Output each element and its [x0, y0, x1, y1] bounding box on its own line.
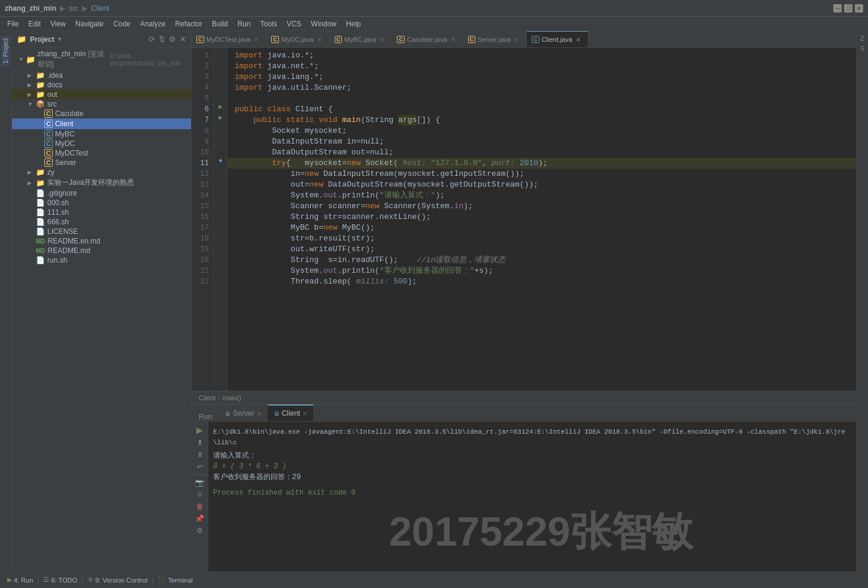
terminal-status-item[interactable]: ⬛ Terminal: [153, 572, 198, 589]
tree-server[interactable]: · C Server: [12, 158, 191, 167]
tree-gitignore[interactable]: 📄 .gitignore: [12, 188, 191, 198]
redirect-button[interactable]: ↩: [196, 461, 204, 472]
restore-button[interactable]: □: [844, 4, 852, 13]
bottom-tab-client-close[interactable]: ✕: [302, 410, 307, 417]
todo-status-item[interactable]: ☰ 6: TODO: [38, 572, 82, 589]
tree-zy[interactable]: ▶ 📁 zy: [12, 167, 191, 177]
tab-mydctest[interactable]: C MyDCTest.java ✕: [192, 32, 266, 47]
client-label: Client: [55, 120, 74, 128]
folder-icon: 📁: [17, 35, 26, 44]
stop-up-button[interactable]: ⬆: [196, 437, 204, 448]
idea-label: .idea: [47, 71, 63, 80]
code-line-6: public class Client {: [227, 104, 856, 115]
right-sidebar-icon-2[interactable]: S: [858, 44, 866, 54]
gitignore-icon: 📄: [36, 189, 45, 197]
run-label: Run:: [194, 413, 218, 421]
tree-out[interactable]: ▶ 📁 out: [12, 90, 191, 99]
run-gutter-7[interactable]: ▶: [218, 112, 223, 123]
bottom-tab-server-close[interactable]: ✕: [257, 410, 262, 417]
tree-mybc[interactable]: · C MyBC: [12, 129, 191, 139]
tree-idea[interactable]: ▶ 📁 .idea: [12, 71, 191, 80]
term-input-line: 8 + ( 3 * 6 + 3 ): [213, 461, 851, 472]
tree-root[interactable]: ▼ 📁 zhang_zhi_min [斐波那切] E:\idea program…: [12, 48, 191, 71]
tab-server[interactable]: C Server.java ✕: [463, 32, 527, 47]
docs-folder-icon: 📁: [36, 81, 45, 89]
menu-help[interactable]: Help: [341, 19, 366, 29]
terminal-content[interactable]: E:\jdk1.8\bin\java.exe -javaagent:E:\Int…: [208, 422, 856, 571]
camera-button[interactable]: 📷: [194, 477, 205, 488]
sync-icon[interactable]: ⟳: [148, 35, 155, 44]
tab-caculate-close[interactable]: ✕: [450, 36, 457, 43]
bottom-tab-client[interactable]: 🖥 Client ✕: [268, 404, 314, 421]
menu-edit[interactable]: Edit: [23, 19, 45, 29]
settings2-button[interactable]: ⚙: [195, 525, 204, 536]
tab-mybc[interactable]: C MyBC.java ✕: [330, 32, 393, 47]
minimize-button[interactable]: —: [833, 4, 842, 13]
menu-tools[interactable]: Tools: [256, 19, 282, 29]
tab-server-label: Server.java: [478, 36, 511, 43]
tree-docs[interactable]: ▶ 📁 docs: [12, 80, 191, 90]
tree-readme[interactable]: MD README.md: [12, 246, 191, 255]
tree-arrow-root: ▼: [19, 56, 26, 62]
tab-mydc-close[interactable]: ✕: [316, 36, 323, 43]
tree-client[interactable]: · C Client: [12, 118, 191, 129]
tree-666sh[interactable]: 📄 666.sh: [12, 217, 191, 227]
tab-client-close[interactable]: ✕: [575, 36, 582, 43]
tree-000sh[interactable]: 📄 000.sh: [12, 198, 191, 208]
tab-caculate-label: Caculate.java: [407, 36, 447, 43]
project-panel-toggle[interactable]: 1: Project: [1, 36, 10, 66]
menu-build[interactable]: Build: [207, 19, 233, 29]
play-button[interactable]: ▶: [195, 424, 204, 436]
tree-caculate[interactable]: · C Caculate: [12, 109, 191, 118]
mybc-java-icon: C: [44, 130, 53, 138]
project-folder-icon: 📁: [26, 55, 35, 64]
menu-refactor[interactable]: Refactor: [171, 19, 207, 29]
settings-icon[interactable]: ⚙: [169, 35, 176, 44]
clear-button[interactable]: 🗑: [195, 501, 205, 512]
expand-icon[interactable]: ⇅: [159, 35, 165, 44]
tab-server-close[interactable]: ✕: [513, 36, 520, 43]
out-label: out: [47, 90, 57, 99]
menu-code[interactable]: Code: [108, 19, 135, 29]
tab-mybc-close[interactable]: ✕: [378, 36, 386, 43]
run-gutter-6[interactable]: ▶: [218, 102, 223, 112]
menu-view[interactable]: View: [45, 19, 71, 29]
menu-bar: File Edit View Navigate Code Analyze Ref…: [0, 17, 868, 31]
tree-leaf-server: ·: [36, 160, 44, 166]
tree-license[interactable]: 📄 LICENSE: [12, 227, 191, 236]
close-panel-icon[interactable]: ✕: [180, 35, 186, 44]
tree-mydc[interactable]: · C MyDC: [12, 139, 191, 148]
sh-icon-000: 📄: [36, 199, 45, 207]
code-line-2: import java.net.*;: [227, 61, 856, 72]
menu-window[interactable]: Window: [306, 19, 341, 29]
tree-runsh[interactable]: 📄 run.sh: [12, 255, 191, 265]
code-content[interactable]: import java.io.*; import java.net.*; imp…: [227, 48, 856, 391]
tree-exp[interactable]: ▶ 📁 实验一Java开发环境的熟悉: [12, 177, 191, 188]
close-button[interactable]: ✕: [855, 4, 863, 13]
code-line-17: MyBC b=new MyBC();: [227, 223, 856, 233]
code-editor[interactable]: 1 2 3 4 5 6 7 8 9 10 11 12 13 14 15 16 1…: [192, 48, 856, 391]
list-button[interactable]: ≡: [196, 489, 203, 500]
tab-mydctest-close[interactable]: ✕: [253, 36, 260, 43]
tree-src[interactable]: ▼ 📦 src: [12, 99, 191, 109]
vc-status-item[interactable]: ⑨ 9: Version Control: [83, 572, 152, 589]
tab-caculate[interactable]: C Caculate.java ✕: [392, 32, 463, 47]
tab-client-label: Client.java: [542, 36, 572, 43]
server-run-icon: 🖥: [224, 410, 230, 417]
tree-readme-en[interactable]: MD README.en.md: [12, 236, 191, 246]
tree-mydctest[interactable]: · C MyDCTest: [12, 148, 191, 158]
menu-run[interactable]: Run: [233, 19, 256, 29]
run-status-item[interactable]: ▶ 4: Run: [2, 572, 38, 589]
tab-mydc[interactable]: C MyDC.java ✕: [266, 32, 329, 47]
bottom-tab-server[interactable]: 🖥 Server ✕: [218, 406, 267, 421]
menu-file[interactable]: File: [2, 19, 23, 29]
menu-navigate[interactable]: Navigate: [71, 19, 108, 29]
tab-client[interactable]: C Client.java ✕: [527, 31, 588, 47]
right-sidebar-icon-1[interactable]: Z: [858, 33, 866, 44]
menu-analyze[interactable]: Analyze: [135, 19, 171, 29]
tree-111sh[interactable]: 📄 111.sh: [12, 208, 191, 217]
menu-vcs[interactable]: VCS: [282, 19, 306, 29]
readme-en-label: README.en.md: [48, 237, 101, 245]
pause-button[interactable]: ⏸: [195, 449, 205, 460]
pin-button[interactable]: 📌: [194, 513, 205, 524]
